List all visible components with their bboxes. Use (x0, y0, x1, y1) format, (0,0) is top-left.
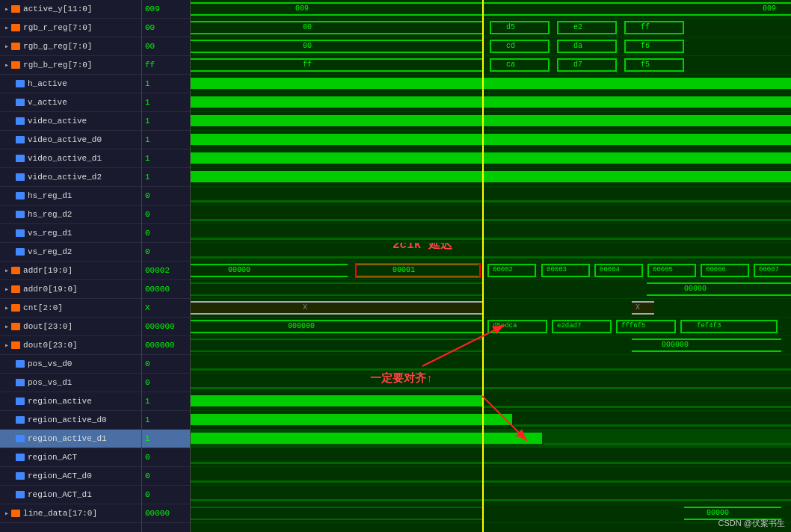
sig-icon-v-active (16, 99, 25, 106)
sig-name-video-active-d1: video_active_d1 (28, 154, 102, 163)
delay-annotation: 2clk 延迟 (393, 243, 452, 253)
signal-row-hs-reg-d2[interactable]: hs_reg_d2 (0, 205, 141, 224)
sig-icon-video-active-d0 (16, 136, 25, 143)
wave-row-hs-reg-d2 (191, 205, 791, 224)
signal-row-video-active-d0[interactable]: video_active_d0 (0, 131, 141, 149)
wave-row-video-active-d2 (191, 168, 791, 187)
expand-icon-rgb-g[interactable]: ▸ (4, 42, 9, 51)
wave-row-region-active-d0 (191, 411, 791, 430)
value-cnt: X (142, 299, 190, 318)
wave-row-line-data: 00000 (191, 504, 791, 523)
sig-name-hs-reg-d1: hs_reg_d1 (28, 191, 72, 200)
sig-name-h-active: h_active (28, 79, 67, 88)
expand-icon-active-y[interactable]: ▸ (4, 4, 9, 13)
expand-icon-dout[interactable]: ▸ (4, 322, 9, 331)
signal-row-region-act-d1[interactable]: region_ACT_d1 (0, 486, 141, 504)
signal-row-dout[interactable]: ▸ dout[23:0] (0, 318, 141, 336)
signal-row-rgb-r[interactable]: ▸ rgb_r_reg[7:0] (0, 19, 141, 37)
sig-name-hs-reg-d2: hs_reg_d2 (28, 210, 72, 219)
sig-icon-active-y (11, 5, 20, 13)
signal-row-addr0[interactable]: ▸ addr0[19:0] (0, 280, 141, 299)
wave-row-pos-vs-d1 (191, 374, 791, 392)
signal-row-video-active-d1[interactable]: video_active_d1 (0, 149, 141, 168)
signal-row-region-active-d1[interactable]: region_active_d1 (0, 430, 141, 448)
sig-name-addr0: addr0[19:0] (23, 285, 78, 294)
value-pos-vs-d0: 0 (142, 355, 190, 374)
signal-row-region-act-d0[interactable]: region_ACT_d0 (0, 467, 141, 486)
signal-row-rgb-g[interactable]: ▸ rgb_g_reg[7:0] (0, 37, 141, 56)
sig-icon-region-active-d0 (16, 416, 25, 424)
sig-icon-addr0 (11, 285, 20, 293)
wave-row-vs-reg-d1 (191, 224, 791, 243)
signal-row-hs-reg-d1[interactable]: hs_reg_d1 (0, 187, 141, 205)
signal-row-vs-reg-d2[interactable]: vs_reg_d2 (0, 243, 141, 262)
sig-name-region-act-d0: region_ACT_d0 (28, 471, 92, 480)
signal-row-v-active[interactable]: v_active (0, 93, 141, 112)
expand-icon-dout0[interactable]: ▸ (4, 341, 9, 350)
signal-row-region-act[interactable]: region_ACT (0, 448, 141, 467)
value-region-act-d1: 0 (142, 486, 190, 504)
sig-name-vs-reg-d2: vs_reg_d2 (28, 247, 72, 256)
signal-row-addr[interactable]: ▸ addr[19:0] (0, 262, 141, 280)
value-rgb-r: 00 (142, 19, 190, 37)
signal-row-region-active-d0[interactable]: region_active_d0 (0, 411, 141, 430)
value-v-active: 1 (142, 93, 190, 112)
expand-icon-cnt[interactable]: ▸ (4, 303, 9, 312)
wave-row-region-active (191, 392, 791, 411)
sig-name-video-active-d0: video_active_d0 (28, 135, 102, 144)
expand-icon-rgb-r[interactable]: ▸ (4, 23, 9, 32)
expand-icon-line-data[interactable]: ▸ (4, 509, 9, 518)
wave-label-active-y-left: 009 (295, 4, 309, 13)
value-region-act-d0: 0 (142, 467, 190, 486)
signal-row-h-active[interactable]: h_active (0, 75, 141, 93)
wave-row-active-y: 009 009 (191, 0, 791, 19)
wave-row-hs-reg-d1 (191, 187, 791, 205)
value-active-y: 009 (142, 0, 190, 19)
signal-row-cnt[interactable]: ▸ cnt[2:0] (0, 299, 141, 318)
sig-name-dout: dout[23:0] (23, 322, 73, 331)
expand-icon-addr0[interactable]: ▸ (4, 285, 9, 294)
sig-name-region-active-d0: region_active_d0 (28, 415, 107, 424)
wave-row-rgb-b: ff ca d7 f5 (191, 56, 791, 75)
wave-row-region-act-d1 (191, 486, 791, 504)
sig-icon-hs-reg-d2 (16, 211, 25, 218)
expand-icon-addr[interactable]: ▸ (4, 266, 9, 275)
sig-icon-h-active (16, 80, 25, 87)
signal-row-line-data[interactable]: ▸ line_data[17:0] (0, 504, 141, 523)
waveform-area[interactable]: 009 009 00 d5 e2 ff 00 (191, 0, 791, 532)
value-region-active: 1 (142, 392, 190, 411)
value-vs-reg-d2: 0 (142, 243, 190, 262)
sig-icon-pos-vs-d0 (16, 360, 25, 368)
sig-icon-cnt (11, 304, 20, 312)
sig-name-pos-vs-d0: pos_vs_d0 (28, 359, 72, 368)
sig-icon-hs-reg-d1 (16, 192, 25, 200)
sig-name-line-data: line_data[17:0] (23, 509, 97, 518)
signal-row-video-active-d2[interactable]: video_active_d2 (0, 168, 141, 187)
value-region-active-d1: 1 (142, 430, 190, 448)
signal-row-active-y[interactable]: ▸ active_y[11:0] (0, 0, 141, 19)
signal-row-region-active[interactable]: region_active (0, 392, 141, 411)
expand-icon-rgb-b[interactable]: ▸ (4, 61, 9, 69)
sig-name-dout0: dout0[23:0] (23, 341, 78, 350)
signal-row-pos-vs-d0[interactable]: pos_vs_d0 (0, 355, 141, 374)
value-region-act: 0 (142, 448, 190, 467)
signal-row-dout0[interactable]: ▸ dout0[23:0] (0, 336, 141, 355)
value-line-data: 00000 (142, 504, 190, 523)
wave-row-video-active-d1 (191, 149, 791, 168)
wave-row-h-active (191, 75, 791, 93)
value-h-active: 1 (142, 75, 190, 93)
sig-name-rgb-g: rgb_g_reg[7:0] (23, 42, 92, 51)
wave-row-video-active (191, 112, 791, 131)
sig-icon-rgb-b (11, 61, 20, 69)
signal-row-pos-vs-d1[interactable]: pos_vs_d1 (0, 374, 141, 392)
wave-row-cnt: X X (191, 299, 791, 318)
sig-name-cnt: cnt[2:0] (23, 303, 63, 312)
wave-row-v-active (191, 93, 791, 112)
wave-row-dout0: 000000 (191, 336, 791, 355)
signal-row-rgb-b[interactable]: ▸ rgb_b_reg[7:0] (0, 56, 141, 75)
signal-row-video-active[interactable]: video_active (0, 112, 141, 131)
sig-name-pos-vs-d1: pos_vs_d1 (28, 378, 72, 387)
signal-row-vs-reg-d1[interactable]: vs_reg_d1 (0, 224, 141, 243)
wave-row-region-active-d1 (191, 430, 791, 448)
wave-row-region-act (191, 448, 791, 467)
